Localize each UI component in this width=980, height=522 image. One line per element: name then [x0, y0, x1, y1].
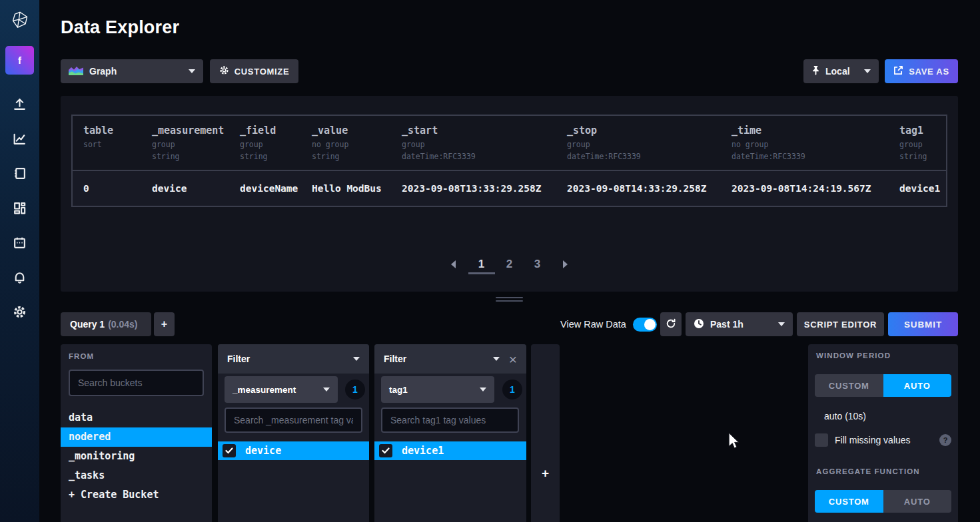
raw-data-panel: tablesort _measurementgroup string _fiel…	[61, 96, 958, 292]
scope-label: Local	[825, 66, 850, 77]
clock-icon	[694, 318, 704, 331]
sidebar-item-dashboards[interactable]	[0, 192, 39, 226]
refresh-button[interactable]	[660, 312, 682, 336]
arrow-left-icon	[451, 260, 456, 268]
aggregate-toggle: CUSTOM AUTO	[815, 490, 951, 513]
tag-value-search-input[interactable]	[225, 407, 362, 433]
column-header[interactable]: _stop	[567, 125, 721, 136]
column-meta: group dateTime:RFC3339	[567, 139, 721, 163]
pagination-next-button[interactable]	[552, 254, 579, 274]
influxdb-logo-icon[interactable]	[0, 0, 39, 39]
sidebar-item-alerts[interactable]	[0, 261, 39, 296]
raw-data-table: tablesort _measurementgroup string _fiel…	[71, 115, 947, 207]
chevron-down-icon	[480, 388, 486, 392]
sidebar-item-settings[interactable]	[0, 296, 39, 330]
table-header-row: tablesort _measurementgroup string _fiel…	[73, 116, 946, 170]
column-meta: group string	[240, 139, 301, 163]
script-editor-button[interactable]: SCRIPT EDITOR	[797, 312, 884, 336]
gear-icon	[219, 65, 229, 77]
column-meta: sort	[83, 139, 141, 151]
upload-icon	[13, 97, 27, 114]
query-tab[interactable]: Query 1 (0.04s)	[61, 312, 151, 336]
view-type-label: Graph	[89, 66, 117, 77]
sidebar-item-data-explorer[interactable]	[0, 123, 39, 157]
view-type-dropdown[interactable]: Graph	[61, 59, 203, 83]
add-filter-card[interactable]: +	[531, 344, 560, 522]
submit-button[interactable]: SUBMIT	[888, 312, 958, 336]
query-duration: (0.04s)	[108, 319, 137, 330]
filter-title: Filter	[227, 354, 346, 364]
user-avatar[interactable]: f	[5, 46, 34, 75]
column-meta: group string	[152, 139, 229, 163]
bucket-item-tasks[interactable]: _tasks	[61, 466, 212, 485]
sidebar-item-upload[interactable]	[0, 88, 39, 123]
plus-icon: +	[542, 466, 549, 481]
bucket-search-input[interactable]	[69, 370, 204, 396]
table-cell: 0	[73, 183, 141, 194]
scope-dropdown[interactable]: Local	[803, 59, 879, 83]
column-meta: no group string	[312, 139, 391, 163]
sidebar-item-tasks[interactable]	[0, 226, 39, 261]
chevron-down-icon	[778, 322, 785, 326]
tag-value-option[interactable]: device1	[374, 441, 526, 460]
filter-type-dropdown[interactable]: Filter	[218, 344, 369, 374]
data-explorer-page: f	[0, 0, 980, 522]
filter-card-measurement: Filter _measurement 1 device	[218, 344, 369, 522]
bucket-item-monitoring[interactable]: _monitoring	[61, 447, 212, 466]
column-header[interactable]: _field	[240, 125, 301, 136]
column-header[interactable]: _start	[402, 125, 556, 136]
filter-title: Filter	[384, 354, 486, 364]
column-header[interactable]: _measurement	[152, 125, 229, 136]
add-query-button[interactable]: +	[154, 312, 175, 336]
tag-value-option[interactable]: device	[218, 441, 369, 460]
bucket-item-nodered[interactable]: nodered	[61, 427, 212, 447]
chevron-down-icon	[323, 388, 330, 392]
aggregate-custom-button[interactable]: CUSTOM	[815, 490, 883, 513]
column-header[interactable]: tag1	[899, 125, 946, 136]
chevron-down-icon	[353, 357, 360, 361]
pagination-page-2[interactable]: 2	[496, 254, 523, 274]
customize-button[interactable]: CUSTOMIZE	[210, 59, 298, 83]
create-bucket-button[interactable]: + Create Bucket	[61, 485, 212, 505]
bucket-item-data[interactable]: data	[61, 408, 212, 427]
panel-resize-handle[interactable]	[496, 297, 523, 304]
view-raw-data-label: View Raw Data	[560, 319, 626, 330]
pin-icon	[811, 65, 820, 77]
column-header[interactable]: _value	[312, 125, 391, 136]
checkbox-checked[interactable]	[379, 444, 392, 457]
table-cell: device1	[889, 183, 946, 194]
selected-count-badge: 1	[345, 380, 365, 399]
checkbox-checked[interactable]	[223, 444, 236, 457]
chevron-down-icon	[493, 357, 500, 361]
tag-value-search-input[interactable]	[381, 407, 519, 433]
bucket-list: data nodered _monitoring _tasks + Create…	[61, 408, 212, 505]
checkbox-unchecked[interactable]	[815, 433, 828, 447]
selected-count-badge: 1	[502, 380, 522, 399]
column-header[interactable]: _time	[732, 125, 889, 136]
time-range-dropdown[interactable]: Past 1h	[686, 312, 793, 336]
column-meta: no group dateTime:RFC3339	[732, 139, 889, 163]
tag-key-dropdown[interactable]: tag1	[381, 376, 494, 403]
filter-type-dropdown[interactable]: Filter ×	[374, 344, 526, 374]
tag-value-label: device	[245, 445, 281, 457]
table-cell: 2023-09-08T14:24:19.567Z	[721, 183, 889, 194]
mouse-cursor	[728, 432, 739, 452]
window-auto-button[interactable]: AUTO	[883, 374, 952, 397]
save-as-button[interactable]: SAVE AS	[885, 59, 958, 83]
sidebar-item-notebooks[interactable]	[0, 157, 39, 192]
customize-label: CUSTOMIZE	[235, 67, 290, 77]
view-raw-data-toggle[interactable]	[633, 318, 657, 332]
pagination-page-1[interactable]: 1	[468, 254, 495, 274]
gear-icon	[13, 305, 27, 322]
tag-key-dropdown[interactable]: _measurement	[225, 376, 338, 403]
window-custom-button[interactable]: CUSTOM	[815, 374, 883, 397]
aggregate-auto-button[interactable]: AUTO	[883, 490, 952, 513]
close-icon[interactable]: ×	[509, 352, 517, 366]
refresh-icon	[666, 318, 676, 331]
pagination-prev-button[interactable]	[440, 254, 467, 274]
window-auto-value: auto (10s)	[824, 411, 866, 421]
help-icon[interactable]: ?	[939, 434, 951, 446]
column-header[interactable]: table	[83, 125, 141, 136]
pagination-page-3[interactable]: 3	[524, 254, 551, 274]
query-tab-label: Query 1	[70, 319, 105, 330]
